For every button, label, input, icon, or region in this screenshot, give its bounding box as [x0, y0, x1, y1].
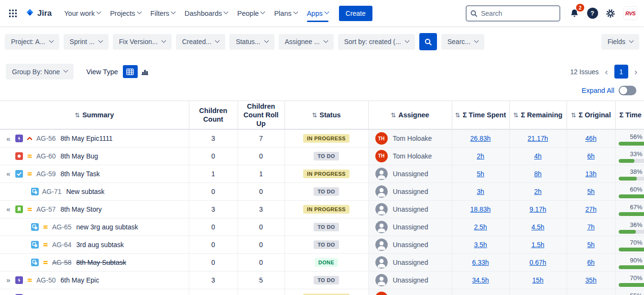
col-header-status[interactable]: ⇅Status: [284, 101, 368, 130]
issues-table-wrap: ⇅Summary Children Count Children Count R…: [0, 101, 644, 295]
filter-search-text[interactable]: Searc...: [441, 34, 484, 50]
sort-icon: ⇅: [455, 112, 460, 119]
filter-bar: Project: A... Sprint ... Fix Version... …: [0, 27, 644, 56]
col-header-original[interactable]: ⇅Σ Original: [567, 101, 615, 130]
time-spent-link[interactable]: 34.5h: [472, 276, 489, 284]
status-badge: TO DO: [314, 276, 339, 284]
children-rollup-cell: 5: [238, 271, 284, 289]
priority-highest-icon: [26, 135, 33, 142]
nav-item-projects[interactable]: Projects: [106, 5, 144, 22]
filter-project[interactable]: Project: A...: [5, 34, 59, 50]
notifications-bell-icon[interactable]: 2: [566, 5, 582, 22]
filter-sort-by[interactable]: Sort by: created (...: [338, 34, 415, 50]
remaining-link[interactable]: 4.5h: [531, 223, 544, 231]
notification-badge: 2: [576, 4, 584, 11]
children-rollup-cell: 3: [238, 200, 284, 218]
time-tracking-percent: 55%: [619, 293, 643, 295]
issue-key-link[interactable]: AG-50: [36, 276, 55, 284]
status-badge: TO DO: [314, 240, 339, 249]
fields-button[interactable]: Fields: [601, 34, 639, 50]
user-avatar[interactable]: RVS: [623, 6, 637, 20]
time-spent-link[interactable]: 6.33h: [472, 259, 489, 266]
col-header-label: Σ Remaining: [521, 111, 563, 119]
issue-key-link[interactable]: AG-57: [36, 205, 55, 213]
issue-key-link[interactable]: AG-64: [52, 241, 71, 249]
remaining-link[interactable]: 9.17h: [529, 205, 546, 213]
nav-item-dashboards[interactable]: Dashboards: [181, 5, 231, 22]
time-tracking-percent: 56%: [619, 134, 643, 141]
collapse-row-icon[interactable]: «: [5, 170, 12, 178]
original-link[interactable]: 46h: [585, 135, 596, 142]
filter-status[interactable]: Status...: [229, 34, 274, 50]
group-by-button[interactable]: Group By: None: [6, 64, 74, 79]
filter-sprint[interactable]: Sprint ...: [64, 34, 109, 50]
time-spent-link[interactable]: 18.83h: [470, 205, 491, 213]
time-spent-cell: 3h: [452, 182, 509, 200]
time-spent-link[interactable]: 26.83h: [470, 135, 491, 142]
remaining-link[interactable]: 2h: [534, 188, 542, 195]
chart-view-button[interactable]: [138, 65, 153, 78]
issue-key-link[interactable]: AG-56: [36, 135, 55, 142]
original-cell: 5h: [567, 182, 615, 200]
time-spent-link[interactable]: 3.5h: [474, 241, 487, 249]
original-link[interactable]: 6h: [587, 259, 595, 266]
current-page-button[interactable]: 1: [614, 65, 628, 79]
time-spent-link[interactable]: 2h: [477, 152, 484, 160]
original-link[interactable]: 27h: [585, 205, 596, 213]
expand-row-icon[interactable]: »: [5, 276, 12, 284]
col-header-summary[interactable]: ⇅Summary: [0, 101, 189, 130]
nav-item-apps[interactable]: Apps: [303, 5, 332, 22]
original-link[interactable]: 7h: [587, 223, 595, 231]
col-header-time-spent[interactable]: ⇅Σ Time Spent: [452, 101, 509, 130]
remaining-link[interactable]: 21.17h: [528, 135, 548, 142]
help-icon[interactable]: ?: [584, 5, 600, 22]
expand-all-link[interactable]: Expand All: [581, 87, 614, 94]
status-badge: DONE: [315, 258, 338, 267]
original-link[interactable]: 35h: [585, 276, 596, 284]
issue-key-link[interactable]: AG-58: [52, 259, 71, 266]
nav-item-filters[interactable]: Filters: [147, 5, 179, 22]
nav-item-people[interactable]: People: [233, 5, 268, 22]
issue-key-link[interactable]: AG-59: [36, 170, 55, 178]
nav-item-your-work[interactable]: Your work: [60, 5, 104, 22]
filter-assignee[interactable]: Assignee ...: [279, 34, 334, 50]
time-spent-link[interactable]: 3h: [477, 188, 484, 195]
chevron-down-icon: [404, 38, 409, 43]
col-header-assignee[interactable]: ⇅Assignee: [368, 101, 452, 130]
remaining-link[interactable]: 8h: [534, 170, 542, 178]
filter-created[interactable]: Created...: [176, 34, 225, 50]
original-link[interactable]: 5h: [587, 241, 595, 249]
summary-cell: AG-608th May Bug: [0, 147, 189, 165]
jira-logo[interactable]: Jira: [25, 8, 52, 18]
issue-key-link[interactable]: AG-60: [36, 152, 55, 160]
settings-gear-icon[interactable]: [602, 5, 619, 22]
original-link[interactable]: 5h: [587, 188, 595, 195]
collapse-row-icon[interactable]: «: [5, 135, 12, 143]
nav-item-plans[interactable]: Plans: [270, 5, 301, 22]
remaining-link[interactable]: 0.67h: [529, 259, 546, 266]
create-button[interactable]: Create: [339, 6, 372, 21]
remaining-link[interactable]: 15h: [532, 276, 543, 284]
collapse-row-icon[interactable]: «: [5, 205, 12, 213]
priority-medium-icon: [26, 206, 33, 213]
issue-key-link[interactable]: AG-71: [42, 188, 61, 195]
original-link[interactable]: 6h: [587, 152, 595, 160]
time-spent-link[interactable]: 5h: [477, 170, 484, 178]
col-header-remaining[interactable]: ⇅Σ Remaining: [509, 101, 567, 130]
apply-search-button[interactable]: [419, 33, 437, 50]
app-switcher-icon[interactable]: [5, 5, 21, 22]
search-input[interactable]: [466, 5, 560, 22]
time-spent-link[interactable]: 2.5h: [474, 223, 487, 231]
table-view-button[interactable]: [123, 65, 138, 78]
assignee-cell: Unassigned: [368, 165, 452, 182]
col-header-label: Status: [319, 111, 340, 119]
time-tracking-percent: 33%: [619, 151, 643, 158]
page-previous-icon[interactable]: ‹: [604, 67, 609, 76]
expand-all-toggle[interactable]: [619, 86, 636, 95]
original-link[interactable]: 13h: [585, 170, 596, 178]
page-next-icon[interactable]: ›: [633, 67, 638, 76]
issue-key-link[interactable]: AG-65: [52, 223, 71, 231]
remaining-link[interactable]: 4h: [534, 152, 542, 160]
remaining-link[interactable]: 1.5h: [531, 241, 544, 249]
filter-fix-version[interactable]: Fix Version...: [113, 34, 172, 50]
